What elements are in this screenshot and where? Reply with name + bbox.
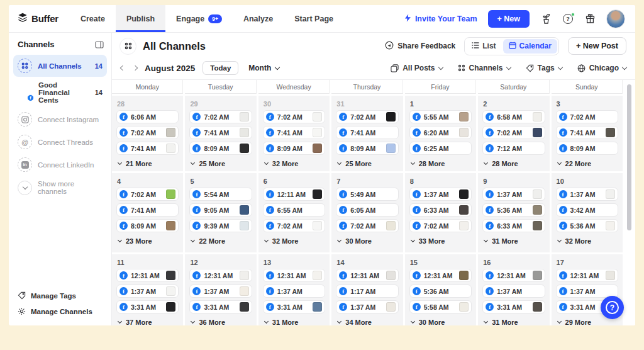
post-pill[interactable]: f5:58 AM: [409, 300, 472, 313]
sidebar-item-manage-tags[interactable]: Manage Tags: [9, 288, 111, 303]
post-pill[interactable]: f8:09 AM: [263, 142, 325, 155]
post-pill[interactable]: f7:41 AM: [189, 126, 252, 139]
more-posts-button[interactable]: 32 More: [265, 237, 325, 245]
tab-engage[interactable]: Engage9+: [165, 5, 233, 32]
collapse-sidebar-icon[interactable]: [95, 41, 104, 48]
tab-start-page[interactable]: Start Page: [284, 5, 344, 32]
help-menu-icon[interactable]: ?: [562, 13, 574, 25]
more-posts-button[interactable]: 28 More: [484, 160, 545, 167]
post-pill[interactable]: f7:02 AM: [556, 110, 618, 123]
more-posts-button[interactable]: 22 More: [191, 237, 252, 245]
post-pill[interactable]: f5:36 AM: [482, 203, 545, 217]
post-pill[interactable]: f7:41 AM: [116, 203, 179, 217]
plant-growth-icon[interactable]: [540, 13, 552, 25]
post-pill[interactable]: f7:02 AM: [482, 126, 545, 139]
post-pill[interactable]: f3:42 AM: [556, 203, 618, 217]
prev-month-button[interactable]: [121, 66, 125, 70]
new-button[interactable]: + New: [488, 10, 530, 28]
more-posts-button[interactable]: 36 More: [191, 319, 252, 325]
post-pill[interactable]: f7:41 AM: [556, 126, 618, 139]
tab-publish[interactable]: Publish: [116, 5, 165, 32]
post-pill[interactable]: f12:31 AM: [189, 269, 252, 282]
post-pill[interactable]: f3:31 AM: [189, 300, 252, 313]
post-pill[interactable]: f6:58 AM: [482, 110, 545, 123]
post-pill[interactable]: f7:02 AM: [336, 110, 398, 123]
more-posts-button[interactable]: 33 More: [411, 237, 472, 245]
share-feedback-button[interactable]: Share Feedback: [385, 41, 455, 52]
post-pill[interactable]: f8:09 AM: [189, 142, 252, 155]
post-pill[interactable]: f6:20 AM: [409, 126, 472, 139]
post-pill[interactable]: f6:55 AM: [263, 203, 325, 217]
more-posts-button[interactable]: 32 More: [558, 237, 618, 245]
help-button[interactable]: ?: [601, 296, 624, 319]
post-pill[interactable]: f7:02 AM: [263, 110, 325, 123]
more-posts-button[interactable]: 31 More: [484, 237, 545, 245]
post-pill[interactable]: f7:41 AM: [116, 142, 179, 155]
post-pill[interactable]: f12:31 AM: [409, 269, 472, 282]
post-pill[interactable]: f12:31 AM: [482, 269, 545, 282]
post-pill[interactable]: f12:11 AM: [263, 188, 325, 201]
post-pill[interactable]: f9:39 AM: [189, 219, 252, 232]
post-pill[interactable]: f12:31 AM: [116, 269, 179, 282]
buffer-logo[interactable]: Buffer: [9, 5, 70, 32]
filter-tags[interactable]: Tags: [526, 64, 562, 72]
post-pill[interactable]: f5:36 AM: [409, 285, 472, 298]
post-pill[interactable]: f12:31 AM: [263, 269, 325, 282]
post-pill[interactable]: f12:31 AM: [556, 269, 618, 282]
post-pill[interactable]: f1:17 AM: [336, 285, 398, 298]
post-pill[interactable]: f1:37 AM: [482, 285, 545, 298]
post-pill[interactable]: f3:31 AM: [116, 300, 179, 313]
sidebar-item-good-financial-cents[interactable]: fGood Financial Cents14: [13, 77, 107, 108]
more-posts-button[interactable]: 23 More: [118, 237, 179, 245]
invite-your-team-button[interactable]: Invite Your Team: [404, 14, 477, 24]
more-posts-button[interactable]: 21 More: [118, 160, 179, 167]
post-pill[interactable]: f1:37 AM: [336, 300, 398, 313]
post-pill[interactable]: f6:25 AM: [409, 142, 472, 155]
more-posts-button[interactable]: 30 More: [411, 319, 472, 325]
list-view-button[interactable]: List: [466, 39, 501, 53]
post-pill[interactable]: f5:36 AM: [556, 219, 618, 232]
filter-chicago[interactable]: Chicago: [577, 64, 626, 72]
post-pill[interactable]: f1:37 AM: [482, 188, 545, 201]
post-pill[interactable]: f5:54 AM: [189, 188, 252, 201]
post-pill[interactable]: f8:09 AM: [336, 142, 398, 155]
post-pill[interactable]: f12:31 AM: [336, 269, 398, 282]
user-avatar[interactable]: [606, 9, 625, 28]
sidebar-item-connect-instagram[interactable]: Connect Instagram: [13, 108, 107, 130]
post-pill[interactable]: f1:37 AM: [556, 188, 618, 201]
post-pill[interactable]: f9:05 AM: [189, 203, 252, 217]
post-pill[interactable]: f7:02 AM: [263, 219, 325, 232]
post-pill[interactable]: f7:02 AM: [189, 110, 252, 123]
post-pill[interactable]: f1:37 AM: [263, 285, 325, 298]
post-pill[interactable]: f6:05 AM: [336, 203, 398, 217]
more-posts-button[interactable]: 29 More: [558, 319, 618, 325]
gift-icon[interactable]: [584, 13, 596, 25]
calendar-view-button[interactable]: Calendar: [503, 39, 557, 54]
sidebar-item-connect-threads[interactable]: @Connect Threads: [13, 131, 107, 153]
post-pill[interactable]: f3:31 AM: [482, 300, 545, 313]
tab-analyze[interactable]: Analyze: [233, 5, 284, 32]
post-pill[interactable]: f7:02 AM: [336, 219, 398, 232]
post-pill[interactable]: f8:09 AM: [116, 219, 179, 232]
post-pill[interactable]: f1:37 AM: [116, 285, 179, 298]
post-pill[interactable]: f7:02 AM: [116, 126, 179, 139]
post-pill[interactable]: f7:41 AM: [263, 126, 325, 139]
post-pill[interactable]: f1:37 AM: [189, 285, 252, 298]
post-pill[interactable]: f8:09 AM: [556, 142, 618, 155]
more-posts-button[interactable]: 28 More: [411, 160, 472, 167]
post-pill[interactable]: f7:02 AM: [116, 188, 179, 201]
sidebar-item-all-channels[interactable]: All Channels14: [13, 55, 107, 77]
more-posts-button[interactable]: 25 More: [191, 160, 252, 167]
more-posts-button[interactable]: 32 More: [265, 160, 325, 167]
sidebar-item-connect-linkedin[interactable]: inConnect LinkedIn: [13, 154, 107, 176]
more-posts-button[interactable]: 37 More: [118, 319, 179, 325]
scrollbar[interactable]: [627, 84, 631, 230]
post-pill[interactable]: f1:37 AM: [409, 188, 472, 201]
tab-create[interactable]: Create: [70, 5, 116, 32]
filter-channels[interactable]: Channels: [458, 64, 511, 72]
more-posts-button[interactable]: 31 More: [484, 319, 545, 325]
sidebar-item-manage-channels[interactable]: Manage Channels: [9, 303, 111, 319]
post-pill[interactable]: f6:33 AM: [409, 203, 472, 217]
post-pill[interactable]: f7:02 AM: [409, 219, 472, 232]
post-pill[interactable]: f7:41 AM: [336, 126, 398, 139]
